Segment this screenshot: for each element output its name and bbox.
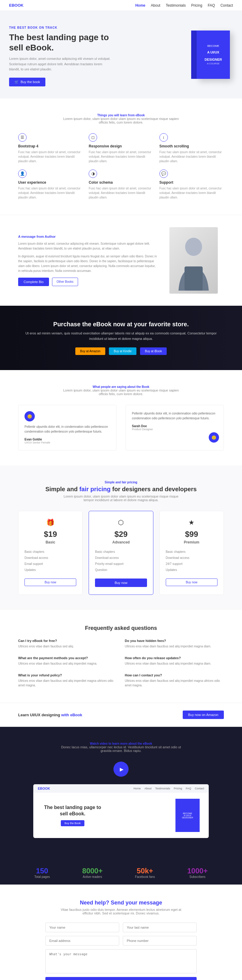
stat-item-readers: 8000+ Active readers [82, 867, 103, 878]
cta-text: Learn UI/UX designing with eBook [18, 713, 82, 717]
buy-kindle-button[interactable]: Buy at Kindle [109, 347, 136, 355]
pricing-feature: Basic chapters [24, 549, 76, 555]
svg-rect-1 [184, 266, 203, 291]
other-books-button[interactable]: Other Books [52, 278, 78, 286]
pricing-icon-advanced: ⬡ [95, 519, 147, 527]
hero-content: THE BEST BOOK ON TRACK The best landing … [9, 26, 112, 86]
cta-text-highlight: with eBook [61, 713, 82, 717]
faq-item: How can I contact you? Ultrices eros vit… [125, 673, 224, 687]
testimonial-author-role: UX/UI Senior Female [24, 441, 110, 444]
pricing-card-advanced: ⬡ $29 Advanced Basic chapters Download a… [89, 511, 153, 595]
pricing-tag-text: Simple and [105, 480, 121, 484]
faq-answer: Ultrices eros vitae diam faucibus sed al… [125, 644, 224, 649]
pricing-price-basic: $19 [24, 530, 76, 539]
pricing-feature: Updates [166, 567, 218, 573]
purchase-buttons: Buy at Amazon Buy at Kindle Buy at iBook [18, 347, 224, 355]
buy-ibooks-button[interactable]: Buy at iBook [140, 347, 167, 355]
contact-phone-input[interactable] [123, 936, 197, 945]
stat-number: 50k+ [135, 867, 155, 875]
buy-amazon-button[interactable]: Buy at Amazon [75, 347, 105, 355]
mockup-book-line2: A UI/UX [182, 815, 193, 816]
hero-cta-button[interactable]: 🛒 Buy the book [9, 78, 45, 86]
hero-description: Lorem ipsum dolor, amet consectur adipis… [9, 56, 112, 72]
purchase-content: Purchase the eBook now at your favorite … [18, 321, 224, 355]
nav-faq[interactable]: FAQ [208, 3, 215, 8]
author-heading-highlight: Author [45, 235, 56, 239]
contact-form: Send your message [45, 923, 197, 980]
mockup-book-line1: BECOME [182, 812, 193, 815]
nav-pricing[interactable]: Pricing [191, 3, 202, 8]
book-spine [191, 30, 197, 79]
purchase-description: Ut eros ad minim veniam, quis nostrud ex… [18, 331, 224, 341]
contact-email-input[interactable] [45, 936, 119, 945]
site-logo: EBOOK [9, 3, 24, 8]
learn-item-title: Smooth scrolling [159, 144, 224, 148]
cta-banner: Learn UI/UX designing with eBook Buy now… [0, 703, 242, 727]
nav-testimonials[interactable]: Testimonials [166, 3, 186, 8]
pricing-features-premium: Basic chapters Download access 24/7 supp… [166, 549, 218, 573]
learn-section: Things you will learn from eBook Lorem i… [0, 99, 242, 215]
learn-item-title: Color schema [89, 180, 153, 185]
pricing-feature: Question [95, 567, 147, 573]
pricing-buy-premium-button[interactable]: Buy now [166, 579, 218, 586]
pricing-grid: 🎁 $19 Basic Basic chapters Download acce… [18, 511, 224, 595]
pricing-price-premium: $99 [166, 530, 218, 539]
nav-contact[interactable]: Contact [221, 3, 233, 8]
testimonial-text: Pellentir ulpumlis dolor elit, in condem… [132, 411, 218, 421]
pricing-highlight: fair pricing [122, 480, 137, 484]
learn-tag-highlight: from eBook [128, 114, 145, 117]
learn-tag-text: Things you will learn [97, 114, 127, 117]
stat-item-pages: 150 Total pages [34, 867, 50, 878]
cta-amazon-button[interactable]: Buy now on Amazon [183, 711, 224, 719]
pricing-feature: Updates [24, 567, 76, 573]
hero-cta-label: Buy the book [21, 80, 40, 84]
pricing-feature: Basic chapters [166, 549, 218, 555]
author-paragraph1: Lorem ipsum dolor sit amet, consectur ad… [18, 241, 157, 251]
mockup-hero-button[interactable]: Buy the Book [61, 820, 84, 826]
stat-number: 1000+ [187, 867, 208, 875]
book-title-line1: A UI/UX [207, 50, 219, 55]
faq-answer: Ultrices eros vitae diam faucibus sed al… [18, 644, 117, 649]
learn-item-title: Bootstrap 4 [18, 144, 83, 148]
mockup-nav-link: Home [133, 787, 141, 790]
mockup-nav: EBOOK Home About Testimonials Pricing FA… [33, 784, 209, 793]
nav-home[interactable]: Home [135, 3, 145, 8]
pricing-description: Lorem ipsum dolor, ulam ipsom dolor ulam… [61, 495, 181, 502]
nav-about[interactable]: About [151, 3, 160, 8]
pricing-buy-advanced-button[interactable]: Buy now [95, 579, 147, 587]
author-section: A message from Author Lorem ipsum dolor … [0, 215, 242, 306]
learn-description: Lorem ipsum dolor, ulam ipsom dolor ulam… [61, 117, 181, 124]
testimonials-tag: What people are saying about the Book [18, 385, 224, 388]
pricing-card-premium: ★ $99 Premium Basic chapters Download ac… [159, 511, 224, 595]
faq-question: What are the payment methods you accept? [18, 656, 117, 660]
contact-lastname-input[interactable] [123, 923, 197, 932]
stat-item-fans: 50k+ Facebook fans [135, 867, 155, 878]
pricing-card-basic: 🎁 $19 Basic Basic chapters Download acce… [18, 511, 83, 595]
contact-section: Need help? Send your message Vitae fauci… [0, 885, 242, 980]
play-button[interactable] [114, 762, 128, 777]
pricing-buy-basic-button[interactable]: Buy now [24, 579, 76, 586]
stat-item-subscribers: 1000+ Subscribers [187, 867, 208, 878]
contact-message-input[interactable] [45, 949, 197, 974]
contact-firstname-input[interactable] [45, 923, 119, 932]
learn-item: ◑ Color schema Fusc hac ulam ipsum dolor… [89, 169, 153, 200]
pricing-tag: Simple and fair pricing [18, 480, 224, 484]
mockup-nav-link: Pricing [174, 787, 182, 790]
pricing-feature: Priority email support [95, 561, 147, 567]
book-sub: A COURSE [207, 62, 219, 65]
book-become: BECOME [207, 44, 219, 48]
contact-submit-button[interactable]: Send your message [45, 977, 197, 980]
complete-bio-button[interactable]: Complete Bio [18, 278, 49, 286]
faq-question: What is your refund policy? [18, 673, 117, 677]
pricing-plan-name-advanced: Advanced [95, 540, 147, 544]
mockup-text: The best landing page to sell eBook. Buy… [42, 805, 103, 826]
hero-tag: THE BEST BOOK ON TRACK [9, 26, 112, 29]
testimonials-tag-highlight: the Book [136, 385, 149, 388]
stat-label: Subscribers [187, 875, 208, 878]
learn-item-desc: Fusc hac ulam ipsum dolor sit amet, cons… [18, 150, 83, 164]
video-tag: Watch video to learn more about the eBoo… [18, 742, 224, 745]
stat-number: 150 [34, 867, 50, 875]
testimonial-text: Pellentir ulpumlis dolor elit, in condem… [24, 425, 110, 434]
pricing-price-advanced: $29 [95, 530, 147, 539]
author-photo [169, 227, 218, 294]
